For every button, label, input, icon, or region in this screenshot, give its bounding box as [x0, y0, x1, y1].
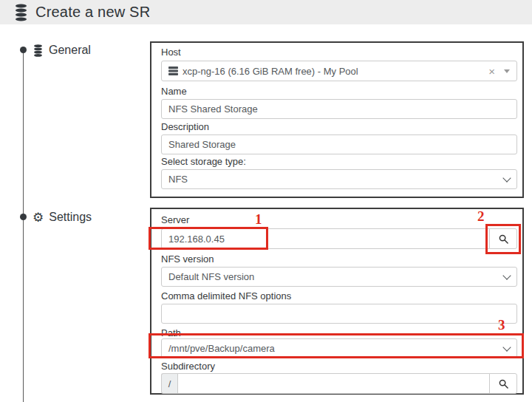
server-search-button[interactable] — [489, 228, 517, 249]
subdirectory-prefix: / — [161, 373, 177, 394]
step-general: General — [33, 42, 91, 58]
storage-type-label: Select storage type: — [161, 156, 246, 167]
server-input-group — [161, 228, 517, 249]
nfs-version-select[interactable]: Default NFS version — [161, 267, 517, 287]
caret-down-icon[interactable] — [504, 69, 510, 73]
subdirectory-input[interactable] — [177, 373, 490, 394]
page-title: Create a new SR — [35, 4, 150, 21]
database-icon — [13, 4, 29, 21]
name-label: Name — [161, 86, 187, 97]
gear-icon: ⚙ — [33, 211, 44, 224]
storage-type-value: NFS — [168, 174, 188, 185]
server-label: Server — [161, 214, 189, 225]
step-settings-label: Settings — [49, 211, 92, 224]
database-icon — [33, 44, 44, 57]
description-input[interactable] — [161, 134, 517, 154]
page-header: Create a new SR — [0, 0, 532, 24]
chevron-down-icon — [502, 271, 511, 279]
description-label: Description — [161, 121, 209, 132]
step-general-label: General — [49, 44, 91, 57]
host-value: xcp-ng-16 (6.16 GiB RAM free) - My Pool — [183, 66, 358, 77]
search-icon — [499, 234, 508, 244]
subdirectory-label: Subdirectory — [161, 361, 215, 372]
nfs-version-label: NFS version — [161, 253, 214, 265]
nfs-version-value: Default NFS version — [168, 271, 254, 282]
annotation-number-2: 2 — [477, 209, 485, 223]
subdirectory-search-button[interactable] — [489, 373, 517, 394]
general-panel: Host xcp-ng-16 (6.16 GiB RAM free) - My … — [150, 41, 524, 198]
chevron-down-icon — [502, 174, 511, 182]
step-settings: ⚙ Settings — [33, 209, 92, 225]
search-icon — [499, 379, 508, 389]
host-label: Host — [161, 47, 181, 58]
name-input[interactable] — [161, 99, 517, 119]
clear-icon[interactable]: × — [488, 66, 495, 77]
chevron-down-icon — [502, 343, 511, 351]
path-select[interactable]: /mnt/pve/Backup/camera — [161, 338, 517, 358]
annotation-number-1: 1 — [255, 212, 262, 226]
settings-panel: Server NFS version Default NFS version C… — [150, 208, 524, 395]
stepper-line — [23, 50, 24, 402]
subdirectory-input-group: / — [161, 373, 517, 394]
nfs-options-label: Comma delimited NFS options — [161, 290, 291, 302]
server-icon — [168, 67, 178, 75]
path-value: /mnt/pve/Backup/camera — [168, 343, 275, 354]
step-bullet-settings — [20, 214, 27, 220]
server-input[interactable] — [161, 228, 490, 249]
host-select[interactable]: xcp-ng-16 (6.16 GiB RAM free) - My Pool … — [161, 61, 517, 81]
nfs-options-input[interactable] — [161, 304, 517, 324]
path-label: Path — [161, 327, 181, 338]
step-bullet-general — [20, 47, 27, 53]
storage-type-select[interactable]: NFS — [161, 169, 517, 189]
